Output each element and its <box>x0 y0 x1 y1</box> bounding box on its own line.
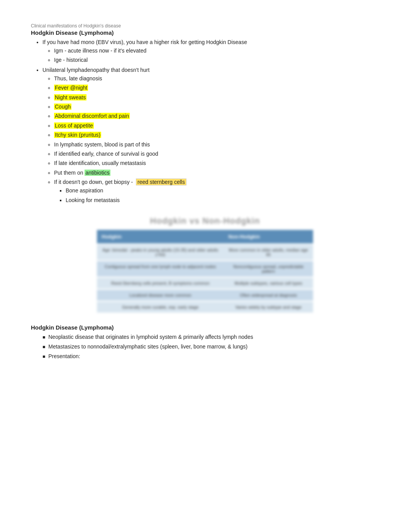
blurred-comparison-section: Hodgkin vs Non-Hodgkin Hodgkin Non-Hodgk… <box>97 216 313 313</box>
table-cell: Often widespread at diagnosis <box>224 289 313 301</box>
blurred-title: Hodgkin vs Non-Hodgkin <box>97 216 313 226</box>
table-cell: Multiple subtypes, various cell types <box>224 277 313 289</box>
table-cell: Generally more curable, esp. early stage <box>97 301 224 313</box>
sub-item-2-2: Fever @night <box>54 83 379 92</box>
bullet-2: Unilateral lymphadenopathy that doesn't … <box>42 66 379 204</box>
table-cell: Noncontiguous spread, unpredictable patt… <box>224 261 313 277</box>
sub-item-2-4: Cough <box>54 102 379 111</box>
sub-sub-item-2: Looking for metastasis <box>66 196 379 204</box>
sub-item-2-3: Night sweats <box>54 93 379 102</box>
comparison-table: Hodgkin Non-Hodgkin Age: bimodal - peaks… <box>97 230 313 313</box>
table-cell: More common in older adults, median age … <box>224 244 313 261</box>
bullet-1: If you have had mono (EBV virus), you ha… <box>42 38 379 65</box>
subtitle: Clinical manifestations of Hodgkin's dis… <box>31 23 379 29</box>
sq-item-1: Neoplastic disease that originates in ly… <box>42 333 379 341</box>
table-cell: Varies widely by subtype and stage <box>224 301 313 313</box>
sub-item-2-10: If late identification, usually metastas… <box>54 159 379 167</box>
sq-item-2: Metastasizes to nonnodal/extralymphatic … <box>42 343 379 351</box>
sub-item-2-1: Thus, late diagnosis <box>54 74 379 83</box>
sub-item-2-7: Itchy skin (pruritus) <box>54 131 379 139</box>
sub-item-2-12: If it doesn't go down, get biopsy - reed… <box>54 178 379 204</box>
sub-item-2-9: If identified early, chance of survival … <box>54 150 379 158</box>
table-cell: Reed-Sternberg cells present, B symptoms… <box>97 277 224 289</box>
table-cell: Age: bimodal - peaks in young adults (15… <box>97 244 224 261</box>
sub-sub-item-1: Bone aspiration <box>66 186 379 195</box>
table-cell: Contiguous spread from one lymph node to… <box>97 261 224 277</box>
table-header-1: Hodgkin <box>97 230 224 244</box>
sub-item-2-11: Put them on antibiotics <box>54 168 379 177</box>
sub-item-2-8: In lymphatic system, blood is part of th… <box>54 140 379 149</box>
table-cell: Localized disease more common <box>97 289 224 301</box>
section1-title: Hodgkin Disease (Lymphoma) <box>31 29 379 36</box>
sub-item-2-5: Abdominal discomfort and pain <box>54 112 379 120</box>
sub-item-2-6: Loss of appetite <box>54 121 379 130</box>
table-header-2: Non-Hodgkin <box>224 230 313 244</box>
sq-item-3: Presentation: <box>42 352 379 360</box>
sub-item-1-1: Igm - acute illness now - if it's elevat… <box>54 46 379 55</box>
section2-title: Hodgkin Disease (Lymphoma) <box>31 324 379 331</box>
sub-item-1-2: Ige - historical <box>54 56 379 64</box>
